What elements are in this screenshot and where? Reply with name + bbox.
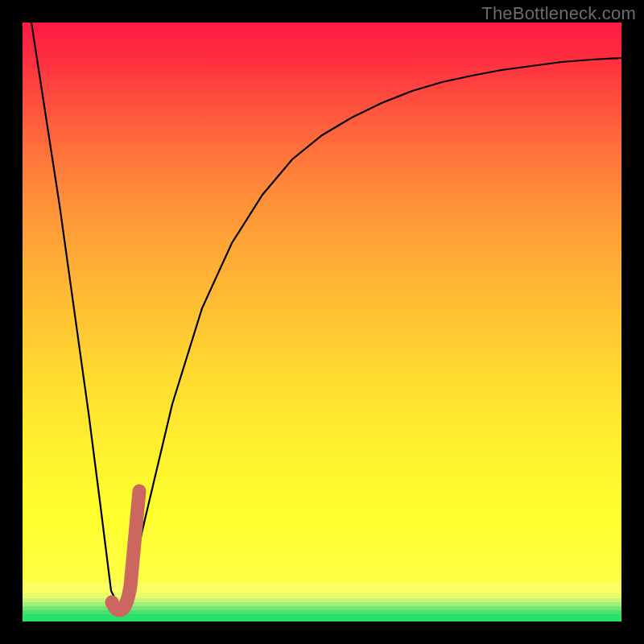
background-gradient <box>23 23 621 582</box>
band-yellow-pale <box>23 582 621 593</box>
plot-area <box>23 23 621 621</box>
band-green-4 <box>23 614 621 621</box>
chart-frame: TheBottleneck.com <box>0 0 644 644</box>
watermark: TheBottleneck.com <box>481 3 636 24</box>
